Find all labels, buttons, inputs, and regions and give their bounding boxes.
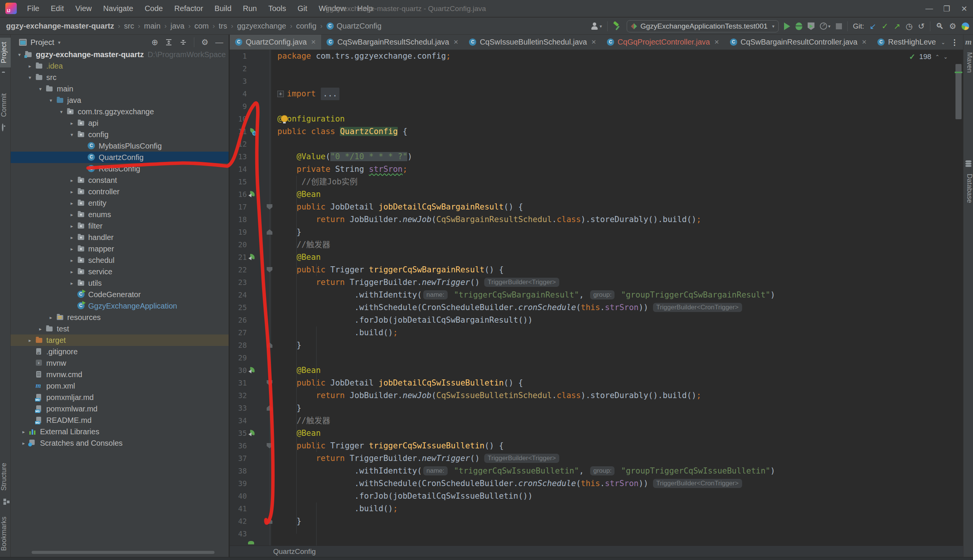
- tree-item-scratches-and-consoles[interactable]: ▸Scratches and Consoles: [11, 437, 228, 449]
- spring-config-icon[interactable]: [250, 128, 255, 134]
- collapse-all-button[interactable]: [180, 38, 187, 46]
- tree-item-mvnw-cmd[interactable]: mvnw.cmd: [11, 369, 228, 380]
- menu-item-edit[interactable]: Edit: [45, 0, 69, 17]
- chevron-right-icon[interactable]: ▸: [67, 212, 77, 218]
- tab-close-icon[interactable]: ✕: [311, 38, 316, 46]
- code-line[interactable]: public Trigger triggerCqSwIssueBulletin(…: [271, 440, 963, 452]
- code-line[interactable]: public class QuartzConfig {: [271, 125, 963, 138]
- code-line[interactable]: @Value("0 */10 * * * ?"): [271, 150, 963, 163]
- tree-item-external-libraries[interactable]: ▸External Libraries: [11, 426, 228, 437]
- user-icon[interactable]: ▾: [591, 22, 602, 30]
- code-line[interactable]: .forJob(jobDetailCqSwIssueBulletin()): [271, 490, 963, 502]
- stop-button[interactable]: [836, 23, 842, 29]
- tab-close-icon[interactable]: ✕: [591, 38, 596, 46]
- code-line[interactable]: }: [271, 402, 963, 415]
- debug-button[interactable]: [795, 22, 802, 30]
- code-line[interactable]: public JobDetail jobDetailCqSwIssueBulle…: [271, 377, 963, 389]
- code-line[interactable]: //创建Job实例: [271, 176, 963, 188]
- code-line[interactable]: return TriggerBuilder.newTrigger()Trigge…: [271, 276, 963, 289]
- menu-item-build[interactable]: Build: [209, 0, 237, 17]
- chevron-right-icon[interactable]: ▸: [46, 315, 56, 320]
- chevron-right-icon[interactable]: ▸: [67, 246, 77, 252]
- code-line[interactable]: [271, 528, 963, 540]
- tree-item-ggzy-exchange-master-quartz[interactable]: ▾ggzy-exchange-master-quartzD:\ProgramWo…: [11, 49, 228, 60]
- tree-item-utils[interactable]: ▸utils: [11, 277, 228, 289]
- code-line[interactable]: .withSchedule(CronScheduleBuilder.cronSc…: [271, 301, 963, 314]
- menu-item-view[interactable]: View: [70, 0, 98, 17]
- tree-item-test[interactable]: ▸test: [11, 323, 228, 335]
- tree-item-readme-md[interactable]: MDREADME.md: [11, 415, 228, 426]
- coverage-button[interactable]: [808, 22, 815, 30]
- breadcrumb-item[interactable]: trs: [219, 22, 227, 30]
- code-line[interactable]: private String strSron;: [271, 163, 963, 176]
- tree-item-config[interactable]: ▾config: [11, 129, 228, 140]
- chevron-right-icon[interactable]: ▸: [67, 269, 77, 275]
- code-line[interactable]: public Trigger triggerCqSwBargainResult(…: [271, 263, 963, 276]
- git-commit-icon[interactable]: ✓: [881, 22, 888, 31]
- tool-stripe-database[interactable]: Database: [963, 170, 973, 207]
- tool-stripe-bookmarks[interactable]: Bookmarks: [0, 515, 11, 553]
- chevron-right-icon[interactable]: ▸: [67, 258, 77, 263]
- tree-item-mapper[interactable]: ▸mapper: [11, 243, 228, 255]
- code-line[interactable]: return JobBuilder.newJob(CqSwBargainResu…: [271, 213, 963, 226]
- chevron-down-icon[interactable]: ▾: [25, 75, 35, 80]
- code-line[interactable]: //触发器: [271, 415, 963, 427]
- spring-bean-icon[interactable]: [250, 254, 255, 260]
- tree-item-controller[interactable]: ▸controller: [11, 186, 228, 197]
- tree-item-service[interactable]: ▸service: [11, 266, 228, 277]
- chevron-right-icon[interactable]: ▸: [67, 178, 77, 183]
- chevron-right-icon[interactable]: ▸: [67, 223, 77, 229]
- tree-item-filter[interactable]: ▸filter: [11, 220, 228, 232]
- spring-bean-icon[interactable]: [250, 191, 255, 197]
- settings-gear-icon[interactable]: ⚙: [949, 22, 956, 31]
- code-line[interactable]: [271, 75, 963, 88]
- spring-bean-icon[interactable]: [250, 430, 255, 436]
- tree-item--gitignore[interactable]: .gitignore: [11, 346, 228, 357]
- chevron-right-icon[interactable]: ▸: [67, 235, 77, 240]
- code-line[interactable]: +import ...: [271, 88, 963, 100]
- tree-item-handler[interactable]: ▸handler: [11, 232, 228, 243]
- code-line[interactable]: }: [271, 226, 963, 238]
- tab-resthighleve[interactable]: CRestHighLeve⌄: [872, 35, 951, 50]
- prev-problem-icon[interactable]: ⌃: [935, 54, 940, 60]
- search-everywhere-icon[interactable]: 🔍︎: [936, 22, 944, 31]
- tree-item-main[interactable]: ▾main: [11, 83, 228, 95]
- tree-item-schedul[interactable]: ▸schedul: [11, 255, 228, 266]
- breadcrumb-item[interactable]: ggzy-exchange-master-quartz: [6, 22, 114, 30]
- tree-horizontal-scrollbar[interactable]: [32, 551, 215, 554]
- chevron-down-icon[interactable]: ▾: [15, 52, 24, 58]
- tab-cqswbargainresultschedul-java[interactable]: CCqSwBargainResultSchedul.java✕: [321, 35, 464, 50]
- menu-item-git[interactable]: Git: [292, 0, 313, 17]
- tree-item-constant[interactable]: ▸constant: [11, 175, 228, 186]
- tree-item-ggzyexchangeapplication[interactable]: CGgzyExchangeApplication: [11, 300, 228, 312]
- code-line[interactable]: .withSchedule(CronScheduleBuilder.cronSc…: [271, 477, 963, 490]
- tree-item-codegenerator[interactable]: CCodeGenerator: [11, 289, 228, 300]
- panel-settings-gear-icon[interactable]: ⚙: [201, 38, 208, 47]
- code-line[interactable]: .build();: [271, 327, 963, 339]
- code-line[interactable]: .forJob(jobDetailCqSwBargainResult()): [271, 314, 963, 327]
- tab-more-icon[interactable]: ⋮: [951, 35, 963, 50]
- tree-item--idea[interactable]: ▸.idea: [11, 60, 228, 72]
- tree-item-com-trs-ggzyexchange[interactable]: ▾com.trs.ggzyexchange: [11, 106, 228, 117]
- chevron-right-icon[interactable]: ▸: [19, 440, 28, 446]
- chevron-right-icon[interactable]: ▸: [67, 189, 77, 195]
- chevron-down-icon[interactable]: ▾: [57, 109, 66, 115]
- chevron-down-icon[interactable]: ⌄: [941, 39, 946, 45]
- breadcrumb-item[interactable]: java: [170, 22, 184, 30]
- menu-item-run[interactable]: Run: [237, 0, 263, 17]
- ide-sphere-icon[interactable]: [961, 22, 969, 30]
- code-line[interactable]: [271, 100, 963, 113]
- code-line[interactable]: .withIdentity(name: "triggerCqSwIssueBul…: [271, 465, 963, 477]
- chevron-right-icon[interactable]: ▸: [67, 280, 77, 286]
- menu-item-code[interactable]: Code: [139, 0, 169, 17]
- tree-item-quartzconfig[interactable]: CQuartzConfig: [11, 152, 228, 163]
- history-clock-icon[interactable]: ◷: [906, 22, 912, 31]
- code-area[interactable]: package com.trs.ggzyexchange.config;+imp…: [271, 50, 963, 545]
- git-push-icon[interactable]: ↗: [894, 22, 901, 31]
- tab-close-icon[interactable]: ✕: [714, 38, 719, 46]
- profiler-button[interactable]: ▾: [820, 22, 831, 30]
- breadcrumb-item[interactable]: ggzyexchange: [237, 22, 286, 30]
- breadcrumb-item[interactable]: com: [194, 22, 209, 30]
- code-line[interactable]: [271, 62, 963, 75]
- tab-quartzconfig-java[interactable]: CQuartzConfig.java✕: [230, 35, 321, 50]
